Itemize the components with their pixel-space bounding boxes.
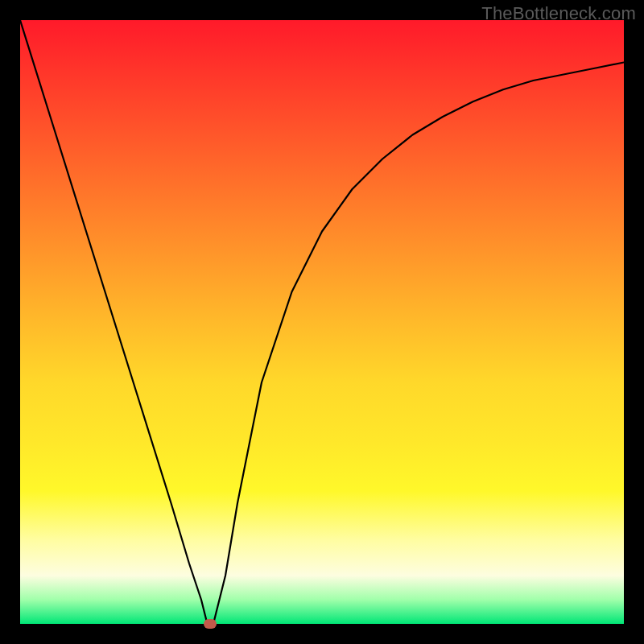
watermark-text: TheBottleneck.com (481, 3, 636, 24)
plot-area (20, 20, 624, 624)
bottleneck-curve (20, 20, 624, 624)
chart-container: TheBottleneck.com (0, 0, 644, 644)
curve-svg (20, 20, 624, 624)
marker-dot (204, 619, 217, 629)
